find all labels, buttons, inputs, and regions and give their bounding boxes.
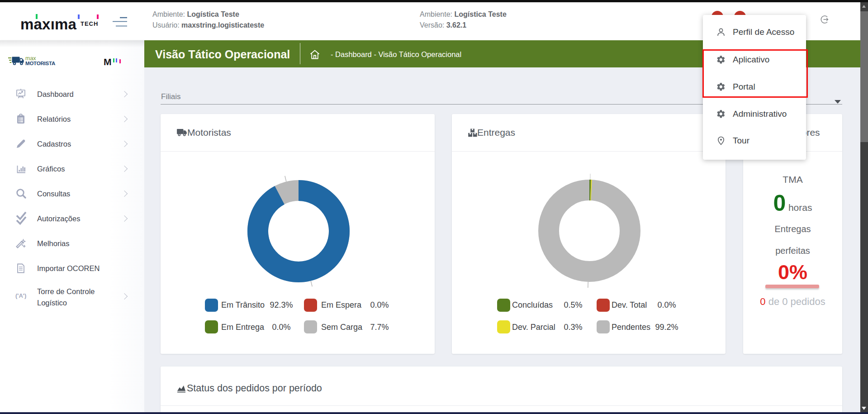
svg-text:('A'): ('A') (15, 292, 26, 299)
